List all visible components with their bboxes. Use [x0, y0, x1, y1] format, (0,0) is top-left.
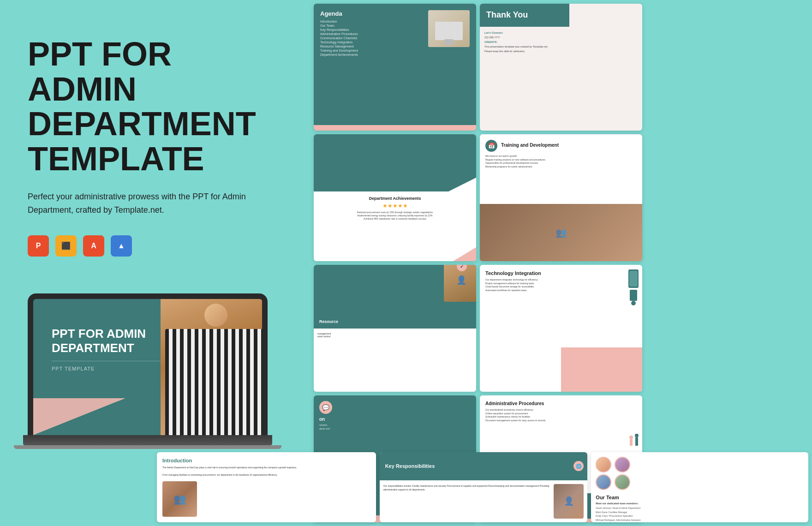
admin-illustration	[629, 434, 639, 446]
admin-text: Our standardized procedures ensure effic…	[485, 408, 637, 422]
admin-title: Administrative Procedures	[485, 401, 637, 406]
achievements-title: Department Achievements	[369, 196, 421, 201]
agenda-photo	[428, 10, 470, 47]
comm-text: nicationatives and	[319, 424, 471, 430]
achievements-stars: ★★★★★	[382, 203, 408, 209]
key-resp-text: Our responsibilities include: Facility m…	[383, 484, 550, 519]
agenda-title: Agenda	[320, 10, 424, 17]
agenda-item: Communication Channels	[320, 36, 424, 40]
training-icon: 📅	[485, 140, 497, 152]
training-text: We invest in our team's growth: Regular …	[485, 155, 637, 168]
agenda-item: Training and Development	[320, 49, 424, 52]
empty-cell-1	[646, 4, 808, 131]
tech-person-body	[630, 290, 637, 301]
laptop-screen: PPT FOR ADMIN DEPARTMENT PPT TEMPLATE	[33, 299, 262, 435]
avatar-2	[615, 457, 630, 472]
slide-key-responsibilities: Key Responsibilities 🌐 Our responsibilit…	[380, 452, 588, 522]
slide-achievements: Department Achievements ★★★★★ Reduced pr…	[314, 134, 476, 261]
pdf-icon[interactable]: A	[83, 235, 104, 257]
slide-agenda: Agenda Introduction Our Team Key Respons…	[314, 4, 476, 131]
agenda-item: Our Team	[320, 24, 424, 27]
laptop-mockup: PPT FOR ADMIN DEPARTMENT PPT TEMPLATE	[28, 293, 286, 449]
phone-number: 222.585.7777	[484, 36, 638, 39]
subtitle: Perfect your administrative prowess with…	[28, 190, 258, 217]
intro-title: Introduction	[162, 458, 370, 463]
intro-body: The Admin Department at StarCorp plays a…	[162, 466, 370, 477]
tech-pink-corner	[561, 347, 642, 392]
lets-connect-label: Let's Connect	[484, 31, 638, 34]
team-subtitle: Meet our dedicated team members:	[596, 502, 804, 505]
thankyou-teal: Thank You	[480, 4, 569, 27]
team-avatars	[596, 457, 632, 490]
key-resp-photo: 👤	[554, 484, 584, 519]
tech-illustration	[628, 269, 639, 306]
bottom-slides-row: Introduction The Admin Department at Sta…	[157, 452, 812, 526]
resource-title: Resource	[319, 319, 338, 324]
key-resp-bottom: Our responsibilities include: Facility m…	[380, 480, 588, 522]
credits-label: CREDITS:	[484, 41, 638, 43]
avatar-1	[596, 457, 611, 472]
laptop-foot	[14, 445, 281, 449]
slides-grid: Agenda Introduction Our Team Key Respons…	[314, 0, 812, 526]
intro-text: Introduction The Admin Department at Sta…	[162, 458, 370, 477]
slide-our-team: Our Team Meet our dedicated team members…	[591, 452, 808, 522]
resource-top: Resource 👤 ✓	[314, 265, 476, 329]
training-photo: 👥	[480, 204, 642, 261]
achievements-bottom: Department Achievements ★★★★★ Reduced pr…	[314, 191, 476, 225]
credits-text: This presentation template was created b…	[484, 45, 638, 48]
team-members: Sarah Johnson: Head of Admin Department …	[596, 506, 804, 522]
laptop-photo-person	[161, 299, 262, 435]
technology-title: Technology Integration	[485, 270, 637, 276]
resource-bottom: management stock control	[314, 329, 476, 392]
agenda-pink-bar	[314, 125, 476, 131]
ppt-icon[interactable]: P	[28, 235, 49, 257]
key-resp-top: Key Responsibilities 🌐	[380, 452, 588, 480]
training-people-illustration: 👥	[555, 227, 567, 238]
technology-text: Our department integrates technology for…	[485, 278, 637, 292]
laptop-photo-overlay	[161, 299, 262, 435]
intro-photo: 👥	[162, 481, 197, 517]
slide-introduction: Introduction The Admin Department at Sta…	[157, 452, 376, 522]
agenda-item: Technology Integration	[320, 41, 424, 44]
agenda-content: Agenda Introduction Our Team Key Respons…	[314, 4, 476, 125]
key-resp-title: Key Responsibilities	[385, 463, 435, 469]
attribution-text: Please keep this slide for attribution.	[484, 50, 638, 53]
agenda-items: Introduction Our Team Key Responsibiliti…	[320, 20, 424, 56]
training-title: Training and Development	[501, 143, 559, 148]
present-icon[interactable]: ▲	[111, 235, 132, 257]
agenda-item: Administrative Procedures	[320, 32, 424, 36]
laptop-slide-title: PPT FOR ADMIN DEPARTMENT	[52, 327, 162, 355]
left-panel: PPT FOR ADMIN DEPARTMENT TEMPLATE Perfec…	[0, 0, 314, 526]
empty-cell-3	[646, 265, 808, 392]
comm-title: on	[319, 417, 471, 422]
tech-person-head	[631, 301, 636, 305]
laptop-outer: PPT FOR ADMIN DEPARTMENT PPT TEMPLATE	[28, 293, 268, 435]
comm-icon: 💬	[319, 401, 332, 414]
key-resp-icon: 🌐	[573, 461, 584, 471]
training-content: 📅 Training and Development We invest in …	[480, 134, 642, 204]
main-title: PPT FOR ADMIN DEPARTMENT TEMPLATE	[28, 37, 286, 176]
format-icons: P ⬛ A ▲	[28, 235, 286, 257]
tech-phone	[628, 269, 639, 288]
thankyou-info: Let's Connect 222.585.7777 CREDITS: This…	[480, 27, 642, 131]
achievements-top	[314, 134, 476, 191]
achievements-text: Reduced procurement costs by 15% through…	[357, 211, 433, 221]
agenda-list: Agenda Introduction Our Team Key Respons…	[320, 10, 424, 119]
achievements-triangle	[448, 178, 476, 191]
slide-thankyou: Thank You Let's Connect 222.585.7777 CRE…	[480, 4, 642, 131]
avatar-3	[596, 474, 611, 490]
agenda-item: Department Achievements	[320, 53, 424, 56]
team-title: Our Team	[596, 495, 804, 500]
keynote-icon[interactable]: ⬛	[55, 235, 77, 257]
agenda-item: Resource Management	[320, 45, 424, 48]
empty-cell-2	[646, 134, 808, 261]
team-info: Our Team Meet our dedicated team members…	[596, 495, 804, 522]
achievements-pink-corner	[453, 247, 476, 261]
agenda-item: Introduction	[320, 20, 424, 23]
avatar-4	[615, 474, 630, 490]
agenda-item: Key Responsibilities	[320, 28, 424, 31]
slide-training: 📅 Training and Development We invest in …	[480, 134, 642, 261]
thankyou-title: Thank You	[486, 10, 563, 20]
laptop-base	[23, 435, 272, 445]
slide-technology: Technology Integration Our department in…	[480, 265, 642, 392]
